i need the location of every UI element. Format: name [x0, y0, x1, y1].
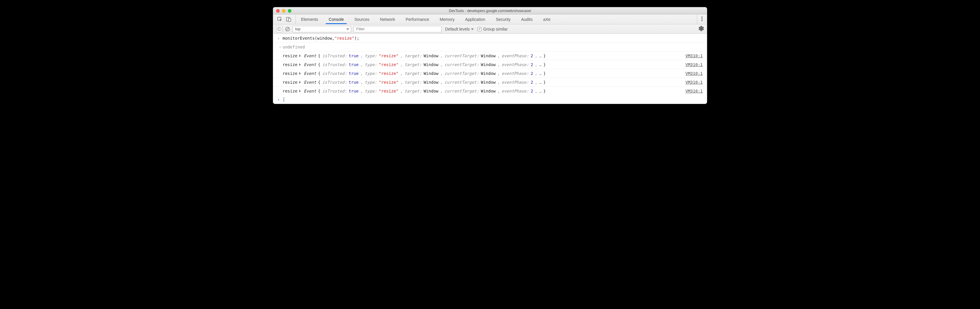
more-options-icon[interactable]: [701, 16, 703, 22]
log-level-selector[interactable]: Default levels: [444, 27, 475, 31]
tab-console[interactable]: Console: [323, 14, 349, 24]
tab-label: Network: [380, 17, 395, 22]
expand-object-icon[interactable]: [299, 81, 302, 84]
console-toolbar: top Default levels ✓ Group similar: [273, 24, 707, 34]
tab-application[interactable]: Application: [460, 14, 491, 24]
object-constructor: Event: [304, 89, 316, 93]
tab-sources[interactable]: Sources: [349, 14, 375, 24]
expand-object-icon[interactable]: [299, 54, 302, 57]
tab-label: Elements: [301, 17, 318, 22]
object-constructor: Event: [304, 53, 316, 58]
tab-label: Memory: [440, 17, 455, 22]
code-string: "resize": [334, 36, 354, 40]
message-source-link[interactable]: VM310:1: [686, 62, 703, 67]
tab-label: Application: [465, 17, 485, 22]
console-prompt[interactable]: ›: [273, 96, 707, 104]
execution-context-selector[interactable]: top: [293, 26, 351, 32]
console-log-event: resizeEvent {isTrusted: true, type: "res…: [273, 69, 707, 78]
return-value: undefined: [283, 45, 305, 50]
close-window-button[interactable]: [276, 9, 280, 13]
svg-rect-2: [288, 18, 291, 21]
event-label: resize: [283, 62, 298, 67]
object-constructor: Event: [304, 80, 316, 85]
event-label: resize: [283, 71, 298, 76]
svg-line-9: [286, 27, 289, 30]
output-chevron-icon: ›: [277, 45, 282, 50]
svg-point-5: [702, 20, 703, 21]
device-toggle-icon[interactable]: [286, 17, 291, 22]
console-log-event: resizeEvent {isTrusted: true, type: "res…: [273, 51, 707, 60]
execution-context-value: top: [295, 27, 301, 31]
checkbox-checked-icon: ✓: [477, 27, 482, 31]
expand-object-icon[interactable]: [299, 63, 302, 66]
tab-audits[interactable]: Audits: [516, 14, 538, 24]
console-input-echo: › monitorEvents(window, "resize");: [273, 34, 707, 43]
console-return-value: › undefined: [273, 43, 707, 51]
tab-axe[interactable]: aXe: [538, 14, 556, 24]
inspect-icon[interactable]: [277, 17, 283, 22]
input-chevron-icon: ›: [277, 36, 282, 40]
code-post: );: [354, 36, 359, 40]
message-source-link[interactable]: VM310:1: [686, 89, 703, 93]
svg-point-3: [702, 16, 703, 18]
devtools-window: DevTools - developers.google.com/web/sho…: [273, 7, 707, 104]
tab-security[interactable]: Security: [491, 14, 516, 24]
tab-network[interactable]: Network: [375, 14, 400, 24]
console-log-event: resizeEvent {isTrusted: true, type: "res…: [273, 60, 707, 69]
expand-object-icon[interactable]: [299, 90, 302, 93]
tab-label: Audits: [521, 17, 533, 22]
message-source-link[interactable]: VM310:1: [686, 71, 703, 76]
show-console-sidebar-button[interactable]: [276, 26, 283, 32]
event-label: resize: [283, 89, 298, 93]
tab-label: Sources: [355, 17, 369, 22]
window-title: DevTools - developers.google.com/web/sho…: [273, 9, 707, 13]
tab-label: Performance: [406, 17, 429, 22]
code-pre: monitorEvents(window,: [283, 36, 334, 40]
message-source-link[interactable]: VM310:1: [686, 53, 703, 58]
prompt-chevron-icon: ›: [277, 97, 282, 102]
main-toolbar: ElementsConsoleSourcesNetworkPerformance…: [273, 14, 707, 24]
svg-rect-7: [279, 27, 279, 30]
console-filter-input[interactable]: [353, 26, 442, 32]
minimize-window-button[interactable]: [282, 9, 285, 13]
traffic-lights: [276, 9, 291, 13]
group-similar-toggle[interactable]: ✓ Group similar: [477, 27, 508, 31]
console-messages: › monitorEvents(window, "resize"); › und…: [273, 34, 707, 104]
text-cursor-icon: [284, 97, 284, 102]
tab-performance[interactable]: Performance: [400, 14, 434, 24]
maximize-window-button[interactable]: [288, 9, 291, 13]
event-label: resize: [283, 80, 298, 85]
object-constructor: Event: [304, 62, 316, 67]
window-titlebar: DevTools - developers.google.com/web/sho…: [273, 7, 707, 14]
tab-label: Security: [496, 17, 511, 22]
object-constructor: Event: [304, 71, 316, 76]
message-source-link[interactable]: VM310:1: [686, 80, 703, 85]
group-similar-label: Group similar: [483, 27, 508, 31]
event-label: resize: [283, 53, 298, 58]
clear-console-button[interactable]: [285, 26, 290, 32]
log-level-value: Default levels: [445, 27, 470, 31]
console-log-event: resizeEvent {isTrusted: true, type: "res…: [273, 78, 707, 86]
tab-label: aXe: [543, 17, 550, 22]
tab-elements[interactable]: Elements: [296, 14, 323, 24]
tab-memory[interactable]: Memory: [434, 14, 460, 24]
tab-label: Console: [329, 17, 344, 22]
console-settings-icon[interactable]: [698, 26, 704, 32]
svg-point-4: [702, 18, 703, 19]
console-log-event: resizeEvent {isTrusted: true, type: "res…: [273, 86, 707, 96]
expand-object-icon[interactable]: [299, 72, 302, 75]
panel-tabs: ElementsConsoleSourcesNetworkPerformance…: [296, 14, 697, 24]
